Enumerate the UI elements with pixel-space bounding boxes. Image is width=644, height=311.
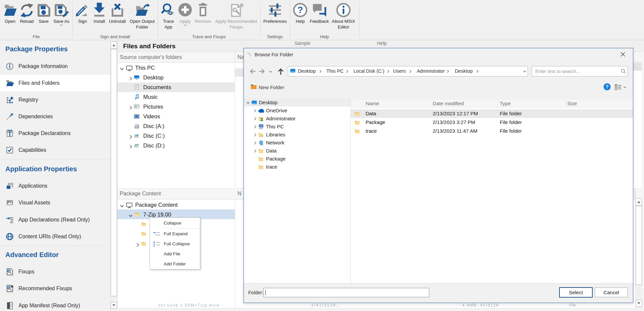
svg-text:?: ? bbox=[606, 84, 609, 89]
svg-text:?: ? bbox=[298, 5, 303, 15]
